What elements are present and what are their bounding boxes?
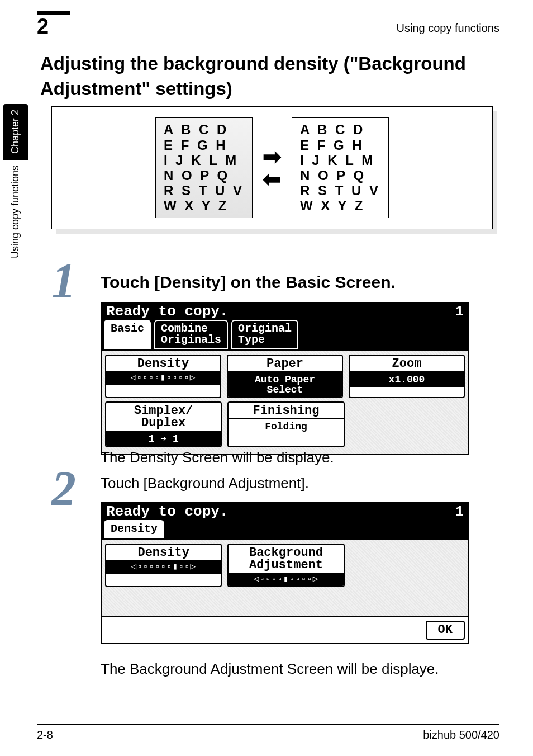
lcd-ok-row: OK bbox=[101, 617, 469, 644]
step-2-title: Touch [Background Adjustment]. bbox=[101, 473, 499, 493]
illustration-left-sample: A B C D E F G H I J K L M N O P Q R S T … bbox=[155, 117, 253, 218]
zoom-button[interactable]: Zoom x1.000 bbox=[349, 355, 465, 398]
finishing-button[interactable]: Finishing Folding bbox=[227, 401, 344, 447]
arrow-right-icon: ➡ bbox=[263, 145, 282, 168]
lcd-empty-cell bbox=[350, 544, 465, 587]
zoom-label: Zoom bbox=[350, 356, 464, 371]
side-tab-section-label: Using copy functions bbox=[10, 166, 20, 258]
lcd-status-bar: Ready to copy. 1 bbox=[101, 302, 469, 320]
lcd-status-text: Ready to copy. bbox=[106, 504, 228, 519]
sample-row: A B C D bbox=[164, 122, 244, 136]
step-1-title: Touch [Density] on the Basic Screen. bbox=[101, 271, 499, 294]
illustration: A B C D E F G H I J K L M N O P Q R S T … bbox=[51, 106, 493, 229]
density-level-indicator: ◁▫▫▫▫▮▫▫▫▫▷ bbox=[106, 371, 220, 385]
sample-row: A B C D bbox=[300, 122, 380, 136]
illustration-arrows: ➡ ⬅ bbox=[263, 145, 282, 190]
sample-row: R S T U V bbox=[300, 183, 380, 197]
lcd-status-bar: Ready to copy. 1 bbox=[101, 502, 469, 520]
duplex-value: 1 ➔ 1 bbox=[106, 431, 221, 446]
finishing-label: Finishing bbox=[229, 403, 343, 418]
lcd-body: Density ◁▫▫▫▫▫▫▮▫▫▷ Background Adjustmen… bbox=[101, 540, 469, 617]
lcd-empty-cell bbox=[350, 401, 465, 447]
paper-button[interactable]: Paper Auto Paper Select bbox=[227, 355, 343, 398]
sample-row: N O P Q bbox=[300, 168, 380, 182]
lcd-status-text: Ready to copy. bbox=[106, 304, 228, 319]
page-number: 2-8 bbox=[37, 729, 53, 740]
lcd-copy-count: 1 bbox=[455, 504, 464, 519]
tab-density[interactable]: Density bbox=[104, 520, 164, 538]
density-level-indicator: ◁▫▫▫▫▫▫▮▫▫▷ bbox=[106, 560, 221, 574]
paper-value: Auto Paper Select bbox=[228, 371, 342, 397]
density-button[interactable]: Density ◁▫▫▫▫▮▫▫▫▫▷ bbox=[105, 355, 221, 398]
lcd-density-screen: Ready to copy. 1 Density Density ◁▫▫▫▫▫▫… bbox=[101, 502, 469, 646]
density-button[interactable]: Density ◁▫▫▫▫▫▫▮▫▫▷ bbox=[105, 544, 222, 587]
model-name: bizhub 500/420 bbox=[423, 729, 499, 740]
header-rule bbox=[37, 37, 499, 37]
sample-row: E F G H bbox=[300, 138, 380, 152]
sample-row: R S T U V bbox=[164, 183, 244, 197]
background-adjustment-button[interactable]: Background Adjustment ◁▫▫▫▫▮▫▫▫▫▷ bbox=[227, 544, 344, 587]
tab-basic[interactable]: Basic bbox=[104, 320, 151, 349]
tab-combine-originals[interactable]: Combine Originals bbox=[154, 320, 228, 349]
lcd-body: Density ◁▫▫▫▫▮▫▫▫▫▷ Paper Auto Paper Sel… bbox=[101, 351, 469, 455]
tab-original-type[interactable]: Original Type bbox=[231, 320, 298, 349]
step-1-number: 1 bbox=[51, 256, 76, 305]
page-title: Adjusting the background density ("Backg… bbox=[40, 51, 499, 101]
side-tab-chapter-label: Chapter 2 bbox=[10, 110, 20, 154]
lcd-tabs: Basic Combine Originals Original Type bbox=[101, 320, 469, 351]
sample-row: W X Y Z bbox=[300, 199, 380, 212]
sample-row: E F G H bbox=[164, 138, 244, 152]
illustration-right-sample: A B C D E F G H I J K L M N O P Q R S T … bbox=[292, 117, 389, 218]
step-2-caption: The Background Adjustment Screen will be… bbox=[101, 659, 499, 679]
sample-row: N O P Q bbox=[164, 168, 244, 182]
page-footer: 2-8 bizhub 500/420 bbox=[37, 724, 499, 740]
background-level-indicator: ◁▫▫▫▫▮▫▫▫▫▷ bbox=[229, 573, 343, 586]
arrow-left-icon: ⬅ bbox=[263, 168, 282, 190]
step-1-caption: The Density Screen will be displaye. bbox=[101, 447, 499, 467]
side-tab-section: Using copy functions bbox=[3, 160, 28, 283]
density-label: Density bbox=[106, 545, 221, 560]
folding-label[interactable]: Folding bbox=[229, 418, 343, 434]
chapter-number: 2 bbox=[37, 16, 49, 37]
lcd-basic-screen: Ready to copy. 1 Basic Combine Originals… bbox=[101, 302, 469, 436]
background-adjustment-label: Background Adjustment bbox=[229, 545, 343, 573]
zoom-value: x1.000 bbox=[350, 371, 464, 387]
lcd-tabs: Density bbox=[101, 520, 469, 540]
side-tab: Chapter 2 Using copy functions bbox=[3, 104, 28, 283]
side-tab-chapter: Chapter 2 bbox=[3, 104, 28, 160]
paper-label: Paper bbox=[228, 356, 342, 371]
sample-row: I J K L M bbox=[300, 153, 380, 167]
illustration-body: A B C D E F G H I J K L M N O P Q R S T … bbox=[51, 106, 493, 229]
duplex-button[interactable]: Simplex/ Duplex 1 ➔ 1 bbox=[105, 401, 222, 447]
step-2-number: 2 bbox=[51, 464, 76, 513]
density-label: Density bbox=[106, 356, 220, 371]
lcd-copy-count: 1 bbox=[455, 304, 464, 319]
sample-row: W X Y Z bbox=[164, 199, 244, 212]
duplex-label: Simplex/ Duplex bbox=[106, 403, 221, 431]
sample-row: I J K L M bbox=[164, 153, 244, 167]
breadcrumb: Using copy functions bbox=[396, 22, 499, 34]
ok-button[interactable]: OK bbox=[426, 621, 465, 640]
